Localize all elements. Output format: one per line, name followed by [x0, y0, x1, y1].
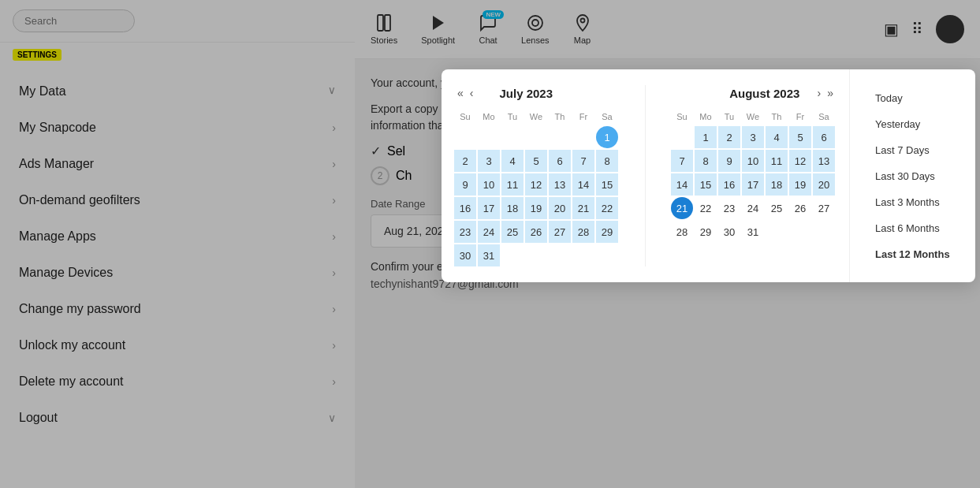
weekday-label: Mo [695, 110, 717, 123]
calendar-section: « ‹ July 2023 SuMoTuWeThFrSa 12345678910… [442, 69, 849, 282]
calendar-day[interactable]: 6 [549, 150, 571, 172]
calendar-day[interactable]: 25 [501, 221, 524, 243]
calendar-day[interactable]: 31 [742, 221, 764, 243]
calendar-day[interactable]: 23 [718, 197, 740, 219]
calendar-day[interactable]: 1 [596, 126, 618, 148]
weekday-label: Tu [501, 110, 524, 123]
calendar-day[interactable]: 17 [742, 173, 764, 196]
quick-option-last12months[interactable]: Last 12 Months [866, 242, 960, 266]
calendar-day[interactable]: 9 [454, 173, 476, 196]
calendar-day[interactable]: 22 [695, 197, 717, 219]
calendar-day[interactable]: 13 [813, 150, 835, 172]
next-nav[interactable]: › [814, 85, 825, 101]
calendar-day[interactable]: 4 [766, 126, 788, 148]
calendar-day[interactable]: 25 [766, 197, 788, 219]
empty-day [525, 126, 547, 148]
calendar-day[interactable]: 11 [766, 150, 788, 172]
weekday-label: Th [549, 110, 571, 123]
prev-prev-nav[interactable]: « [454, 85, 467, 101]
july-days[interactable]: 1234567891011121314151617181920212223242… [454, 126, 620, 266]
quick-option-yesterday[interactable]: Yesterday [866, 112, 960, 136]
calendar-day[interactable]: 15 [596, 173, 618, 196]
quick-option-last3months[interactable]: Last 3 Months [866, 190, 960, 214]
calendar-day[interactable]: 7 [572, 150, 594, 172]
calendar-day[interactable]: 6 [813, 126, 835, 148]
calendar-day[interactable]: 30 [718, 221, 740, 243]
calendar-day[interactable]: 14 [671, 173, 693, 196]
calendar-day[interactable]: 13 [549, 173, 571, 196]
july-weekdays: SuMoTuWeThFrSa [454, 110, 620, 123]
calendar-day[interactable]: 19 [525, 197, 547, 219]
august-title: August 2023 [715, 87, 814, 100]
calendar-day[interactable]: 8 [695, 150, 717, 172]
calendar-day[interactable]: 12 [789, 150, 811, 172]
august-header: August 2023 › » [671, 85, 837, 101]
calendar-day[interactable]: 14 [572, 173, 594, 196]
weekday-label: Th [766, 110, 788, 123]
calendar-day[interactable]: 19 [789, 173, 811, 196]
calendar-day[interactable]: 2 [718, 126, 740, 148]
calendar-modal[interactable]: « ‹ July 2023 SuMoTuWeThFrSa 12345678910… [442, 69, 975, 282]
empty-day [478, 126, 500, 148]
calendar-day[interactable]: 5 [789, 126, 811, 148]
calendar-day[interactable]: 22 [596, 197, 618, 219]
calendar-day[interactable]: 10 [478, 173, 500, 196]
calendar-day[interactable]: 3 [742, 126, 764, 148]
calendar-day[interactable]: 24 [478, 221, 500, 243]
august-days[interactable]: 1234567891011121314151617181920212223242… [671, 126, 837, 243]
calendar-day[interactable]: 10 [742, 150, 764, 172]
calendar-day[interactable]: 21 [671, 197, 693, 219]
empty-day [671, 126, 693, 148]
empty-day [572, 126, 594, 148]
calendar-day[interactable]: 24 [742, 197, 764, 219]
weekday-label: Su [671, 110, 693, 123]
calendar-day[interactable]: 27 [813, 197, 835, 219]
calendar-day[interactable]: 23 [454, 221, 476, 243]
calendar-day[interactable]: 11 [501, 173, 524, 196]
calendar-day[interactable]: 4 [501, 150, 524, 172]
calendar-day[interactable]: 20 [813, 173, 835, 196]
calendar-day[interactable]: 12 [525, 173, 547, 196]
weekday-label: Mo [478, 110, 500, 123]
weekday-label: Fr [789, 110, 811, 123]
calendar-day[interactable]: 16 [454, 197, 476, 219]
calendar-day[interactable]: 30 [454, 244, 476, 266]
calendar-day[interactable]: 31 [478, 244, 500, 266]
calendar-day[interactable]: 26 [789, 197, 811, 219]
august-weekdays: SuMoTuWeThFrSa [671, 110, 837, 123]
calendar-day[interactable]: 17 [478, 197, 500, 219]
calendar-day[interactable]: 20 [549, 197, 571, 219]
empty-day [501, 126, 524, 148]
calendar-day[interactable]: 18 [501, 197, 524, 219]
quick-options-panel: TodayYesterdayLast 7 DaysLast 30 DaysLas… [850, 69, 975, 282]
quick-option-last30[interactable]: Last 30 Days [866, 164, 960, 188]
calendar-day[interactable]: 3 [478, 150, 500, 172]
weekday-label: We [742, 110, 764, 123]
calendar-day[interactable]: 18 [766, 173, 788, 196]
calendar-day[interactable]: 9 [718, 150, 740, 172]
calendar-day[interactable]: 27 [549, 221, 571, 243]
weekday-label: Sa [813, 110, 835, 123]
quick-option-last7[interactable]: Last 7 Days [866, 138, 960, 162]
calendar-day[interactable]: 28 [671, 221, 693, 243]
calendar-day[interactable]: 15 [695, 173, 717, 196]
calendar-right-month: August 2023 › » SuMoTuWeThFrSa 123456789… [671, 85, 837, 266]
calendar-day[interactable]: 28 [572, 221, 594, 243]
quick-option-today[interactable]: Today [866, 86, 960, 110]
next-next-nav[interactable]: » [824, 85, 837, 101]
calendar-day[interactable]: 29 [695, 221, 717, 243]
calendar-day[interactable]: 16 [718, 173, 740, 196]
calendar-day[interactable]: 2 [454, 150, 476, 172]
calendar-day[interactable]: 1 [695, 126, 717, 148]
calendar-day[interactable]: 8 [596, 150, 618, 172]
weekday-label: Fr [572, 110, 594, 123]
calendar-day[interactable]: 5 [525, 150, 547, 172]
calendar-day[interactable]: 7 [671, 150, 693, 172]
calendar-day[interactable]: 29 [596, 221, 618, 243]
calendar-divider [645, 85, 646, 266]
prev-nav[interactable]: ‹ [467, 85, 477, 101]
quick-option-last6months[interactable]: Last 6 Months [866, 216, 960, 240]
calendar-day[interactable]: 26 [525, 221, 547, 243]
calendar-day[interactable]: 21 [572, 197, 594, 219]
empty-day [454, 126, 476, 148]
